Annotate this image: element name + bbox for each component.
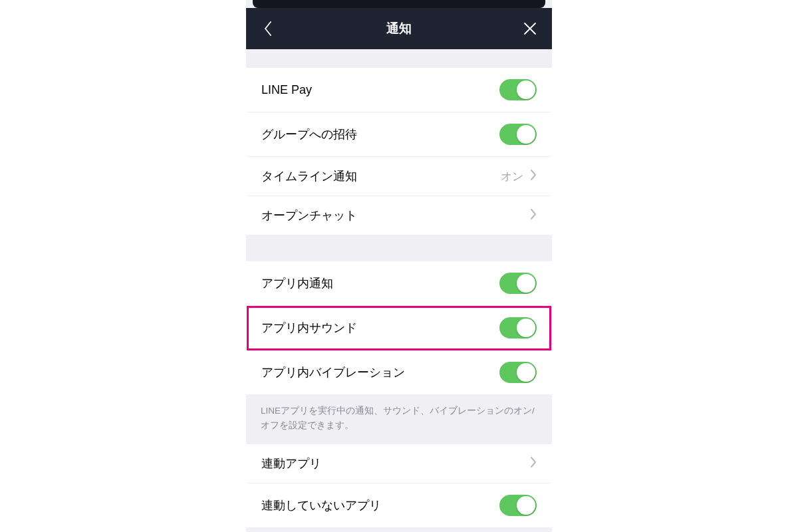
row-label: タイムライン通知 [261, 168, 357, 184]
header-bar: 通知 [246, 8, 552, 49]
row-right [530, 456, 537, 471]
header-title: 通知 [386, 20, 412, 37]
row-label: 連動していないアプリ [261, 497, 381, 513]
chevron-right-icon [530, 169, 537, 184]
row-in-app-notification[interactable]: アプリ内通知 [247, 261, 551, 306]
row-label: グループへの招待 [261, 126, 357, 142]
phone-frame: 通知 LINE Pay グループへの招待 タイムライン通知 オン オープンチャッ… [246, 0, 552, 532]
section-gap [246, 235, 552, 261]
row-label: 連動アプリ [261, 456, 321, 471]
row-label: アプリ内サウンド [261, 320, 357, 336]
toggle-switch[interactable] [499, 79, 537, 100]
row-timeline-notification[interactable]: タイムライン通知 オン [247, 157, 551, 196]
toggle-switch[interactable] [499, 273, 537, 294]
toggle-switch[interactable] [499, 495, 537, 516]
row-group-invite[interactable]: グループへの招待 [247, 112, 551, 157]
section-2-footer: LINEアプリを実行中の通知、サウンド、バイブレーションのオン/オフを設定できま… [246, 394, 552, 444]
row-label: オープンチャット [261, 207, 357, 223]
section-3: 連動アプリ 連動していないアプリ [246, 444, 552, 527]
toggle-switch[interactable] [499, 124, 537, 145]
row-label: アプリ内バイブレーション [261, 364, 405, 380]
row-label: LINE Pay [261, 83, 312, 97]
row-unlinked-apps[interactable]: 連動していないアプリ [247, 483, 551, 527]
row-in-app-vibration[interactable]: アプリ内バイブレーション [247, 350, 551, 394]
row-linked-apps[interactable]: 連動アプリ [247, 444, 551, 483]
toggle-switch[interactable] [499, 362, 537, 383]
status-bar [253, 0, 545, 8]
toggle-switch[interactable] [499, 317, 537, 338]
section-2: アプリ内通知 アプリ内サウンド アプリ内バイブレーション [246, 261, 552, 394]
section-1: LINE Pay グループへの招待 タイムライン通知 オン オープンチャット [246, 68, 552, 235]
row-in-app-sound[interactable]: アプリ内サウンド [247, 306, 551, 350]
chevron-right-icon [530, 456, 537, 471]
close-icon[interactable] [520, 19, 540, 39]
section-3-footer: この設定をオフにすると、連動していないアプリからのメッセージを受信しません。 [246, 527, 552, 532]
chevron-right-icon [530, 208, 537, 223]
row-right [530, 208, 537, 223]
row-line-pay[interactable]: LINE Pay [247, 68, 551, 112]
row-value: オン [501, 169, 523, 184]
row-open-chat[interactable]: オープンチャット [247, 196, 551, 235]
row-label: アプリ内通知 [261, 275, 333, 291]
row-right: オン [501, 169, 537, 184]
section-gap [246, 49, 552, 68]
back-icon[interactable] [258, 19, 278, 39]
